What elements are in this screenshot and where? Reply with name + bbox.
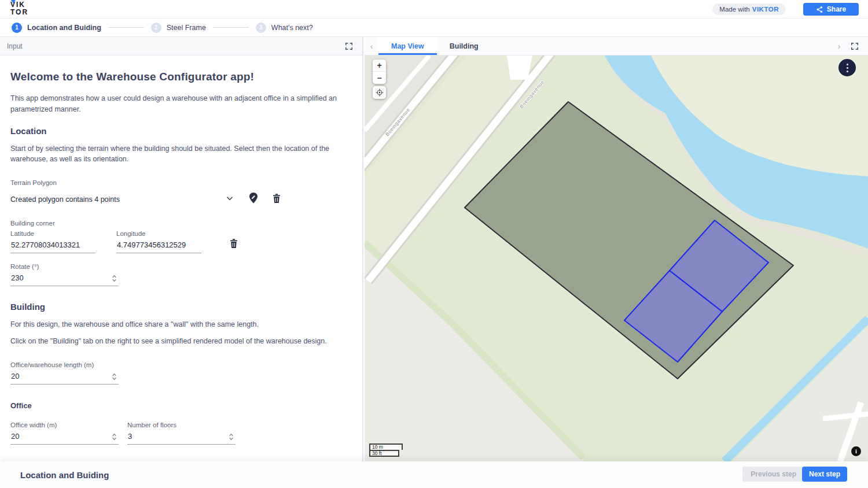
building-text-2: Click on the "Building" tab on the right… (10, 336, 349, 347)
office-width-value[interactable]: 20 (10, 431, 119, 445)
location-text: Start of by selecting the terrain where … (10, 143, 349, 165)
zoom-in-button[interactable]: + (373, 60, 386, 72)
map-attribution-info-button[interactable]: i (851, 446, 861, 456)
scale-metric: 10 m (369, 443, 403, 450)
previous-step-button[interactable]: Previous step (742, 467, 804, 482)
step-2-steel-frame[interactable]: 2 Steel Frame (151, 23, 206, 33)
page-title: Welcome to the Warehouse Configurator ap… (10, 71, 352, 83)
map-options-kebab-button[interactable] (838, 59, 856, 76)
office-heading: Office (10, 401, 352, 410)
next-step-button[interactable]: Next step (802, 467, 847, 482)
rotate-field[interactable]: Rotate (°) 230 (10, 263, 119, 286)
rotate-stepper[interactable] (112, 275, 117, 282)
top-bar: VIK TOR Made with VIKTOR Share (0, 0, 868, 19)
office-warehouse-length-label: Office/warehouse length (m) (10, 361, 119, 368)
terrain-polygon-value: Created polygon contains 4 points (10, 195, 120, 204)
tab-map-view-label: Map View (391, 42, 424, 50)
made-with-viktor-badge[interactable]: Made with VIKTOR (712, 3, 786, 15)
terrain-polygon-label: Terrain Polygon (10, 179, 352, 186)
viktor-logo-triangle-icon (11, 0, 16, 3)
latitude-label: Latitude (10, 230, 95, 237)
latitude-value[interactable]: 52.27708034013321 (10, 240, 95, 253)
tab-building[interactable]: Building (437, 37, 491, 55)
map-view[interactable]: Boeingavenue Boeingavenue + − 10 m 30 ft… (365, 56, 868, 461)
zoom-out-button[interactable]: − (373, 72, 386, 84)
building-heading: Building (10, 302, 352, 312)
step-1-circle: 1 (12, 23, 22, 33)
office-width-label: Office width (m) (10, 422, 119, 428)
input-panel: Welcome to the Warehouse Configurator ap… (0, 56, 363, 461)
locate-crosshair-icon (376, 88, 384, 97)
scale-imperial: 30 ft (369, 450, 399, 457)
terrain-polygon-field[interactable]: Created polygon contains 4 points (10, 194, 282, 204)
location-heading: Location (10, 126, 352, 136)
step-1-label: Location and Buiding (27, 24, 101, 32)
locate-button[interactable] (373, 86, 386, 99)
latitude-field[interactable]: Latitude 52.27708034013321 (10, 230, 95, 253)
viktor-logo: VIK TOR (10, 1, 28, 16)
step-3-circle: 3 (256, 23, 266, 33)
share-button[interactable]: Share (803, 3, 859, 16)
input-panel-title: Input (7, 42, 23, 50)
intro-text: This app demonstrates how a user could d… (10, 93, 349, 115)
longitude-label: Longitude (116, 230, 201, 237)
delete-building-corner-trash-icon[interactable] (230, 238, 238, 248)
step-3-whats-next[interactable]: 3 What's next? (256, 23, 313, 33)
rotate-label: Rotate (°) (10, 263, 119, 270)
number-of-floors-field[interactable]: Number of floors 3 (127, 422, 236, 445)
map-zoom-controls: + − (373, 60, 386, 84)
map-scale-bar: 10 m 30 ft (369, 443, 403, 457)
office-warehouse-length-field[interactable]: Office/warehouse length (m) 20 (10, 361, 119, 385)
expand-input-panel-icon[interactable] (345, 42, 353, 50)
edit-polygon-pin-icon[interactable] (249, 193, 258, 204)
step-1-location-and-building[interactable]: 1 Location and Buiding (12, 23, 101, 33)
chevron-down-icon[interactable] (226, 195, 234, 202)
share-icon (816, 6, 823, 13)
longitude-field[interactable]: Longitude 4.749773456312529 (116, 230, 201, 253)
step-connector (213, 27, 249, 28)
tab-map-view[interactable]: Map View (378, 37, 437, 55)
step-3-label: What's next? (271, 24, 313, 32)
building-text-1: For this design, the warehouse and offic… (10, 319, 349, 330)
step-2-label: Steel Frame (167, 24, 206, 32)
tabs-scroll-left-icon[interactable]: ‹ (365, 37, 378, 55)
viktor-logo-line2: TOR (10, 9, 28, 16)
bottom-action-bar: Location and Buiding Previous step Next … (0, 461, 868, 488)
tabs-scroll-right-icon[interactable]: › (832, 37, 846, 55)
delete-polygon-trash-icon[interactable] (273, 193, 281, 203)
number-of-floors-label: Number of floors (127, 422, 236, 428)
tab-building-label: Building (450, 42, 479, 50)
viktor-brand-text: VIKTOR (752, 6, 779, 13)
step-connector (108, 27, 144, 28)
office-width-field[interactable]: Office width (m) 20 (10, 422, 119, 445)
share-button-label: Share (827, 5, 846, 13)
longitude-value[interactable]: 4.749773456312529 (116, 240, 201, 253)
map-canvas: Boeingavenue Boeingavenue (365, 56, 868, 461)
step-2-circle: 2 (151, 23, 161, 33)
number-of-floors-value[interactable]: 3 (127, 431, 236, 445)
rotate-value[interactable]: 230 (10, 273, 119, 286)
input-panel-header: Input (0, 37, 363, 56)
length-stepper[interactable] (112, 373, 117, 380)
building-corner-label: Building corner (10, 220, 352, 227)
made-with-text: Made with (719, 6, 749, 13)
floors-stepper[interactable] (229, 433, 234, 441)
view-tab-bar: ‹ Map View Building › (365, 37, 868, 56)
footer-step-title: Location and Buiding (20, 470, 109, 480)
office-warehouse-length-value[interactable]: 20 (10, 371, 119, 385)
office-width-stepper[interactable] (112, 433, 117, 441)
expand-map-panel-icon[interactable] (851, 42, 859, 50)
step-navigation-bar: 1 Location and Buiding 2 Steel Frame 3 W… (0, 19, 868, 37)
